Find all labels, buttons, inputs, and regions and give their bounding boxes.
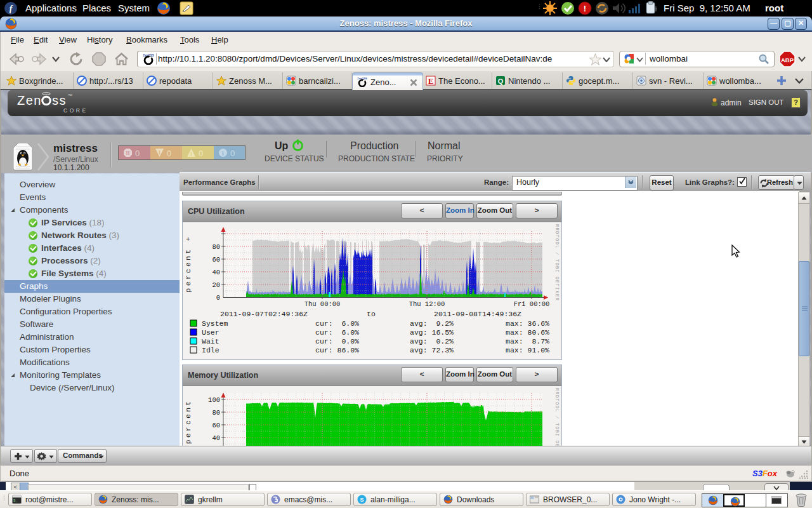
svg-text:!!: !! (126, 150, 130, 156)
svg-text:60: 60 (212, 422, 220, 429)
svg-text:percent: percent (184, 399, 192, 444)
svg-text:Thu 12:00: Thu 12:00 (409, 300, 445, 308)
svg-text:60: 60 (212, 256, 220, 264)
svg-text:80: 80 (212, 409, 220, 417)
svg-text:Wait: Wait (202, 337, 219, 345)
svg-text:40: 40 (212, 269, 220, 276)
svg-text:!: ! (159, 149, 160, 156)
svg-text:cur: 0.0%: cur: 0.0% (315, 337, 359, 345)
svg-text:2011-09-08T14:49:36Z: 2011-09-08T14:49:36Z (434, 310, 521, 318)
svg-text:cur: 6.0%: cur: 6.0% (315, 328, 359, 337)
svg-text:100: 100 (208, 396, 220, 404)
svg-text:to: to (367, 310, 376, 318)
svg-text:$_: $_ (13, 498, 18, 502)
svg-text:Thu 00:00: Thu 00:00 (304, 300, 341, 308)
svg-text:!: ! (190, 151, 192, 157)
svg-text:ABP: ABP (781, 57, 794, 64)
svg-text:percent +: percent + (184, 235, 192, 293)
svg-text:E: E (428, 76, 434, 86)
svg-text:40: 40 (212, 434, 220, 442)
svg-text:avg: 9.2%: avg: 9.2% (410, 319, 454, 328)
svg-text:Fri 00:00: Fri 00:00 (514, 300, 550, 308)
svg-text:avg: 0.2%: avg: 0.2% (410, 337, 454, 345)
svg-text:RRDTOOL / TOBI OET: RRDTOOL / TOBI OET (554, 388, 560, 447)
svg-text:User: User (202, 328, 219, 337)
svg-text:CORE: CORE (63, 107, 88, 114)
svg-text:ss: ss (52, 93, 67, 107)
svg-text:System: System (202, 319, 228, 328)
svg-text:max: 80.6%: max: 80.6% (506, 328, 549, 337)
svg-text:™: ™ (68, 93, 72, 98)
svg-text:i: i (222, 150, 224, 157)
svg-text:RRDTOOL / TOBI OETIKER: RRDTOOL / TOBI OETIKER (554, 224, 560, 301)
svg-text:!: ! (584, 4, 586, 13)
svg-text:Zen: Zen (17, 93, 42, 107)
svg-text:Q: Q (498, 77, 504, 85)
svg-text:avg: 72.3%: avg: 72.3% (410, 346, 454, 354)
svg-text:cur: 6.0%: cur: 6.0% (315, 319, 359, 328)
svg-text:max: 36.6%: max: 36.6% (506, 319, 549, 328)
svg-text:20: 20 (212, 281, 220, 289)
svg-text:S: S (360, 497, 363, 503)
svg-text:max: 91.0%: max: 91.0% (506, 346, 549, 354)
svg-text:cur: 86.0%: cur: 86.0% (315, 346, 359, 354)
svg-text:max: 8.7%: max: 8.7% (506, 337, 549, 345)
svg-text:Idle: Idle (202, 346, 219, 354)
svg-text:0: 0 (216, 294, 220, 302)
svg-text:2011-09-07T02:49:36Z: 2011-09-07T02:49:36Z (220, 310, 308, 318)
svg-text:80: 80 (212, 243, 220, 251)
svg-text:avg: 16.5%: avg: 16.5% (410, 328, 454, 337)
